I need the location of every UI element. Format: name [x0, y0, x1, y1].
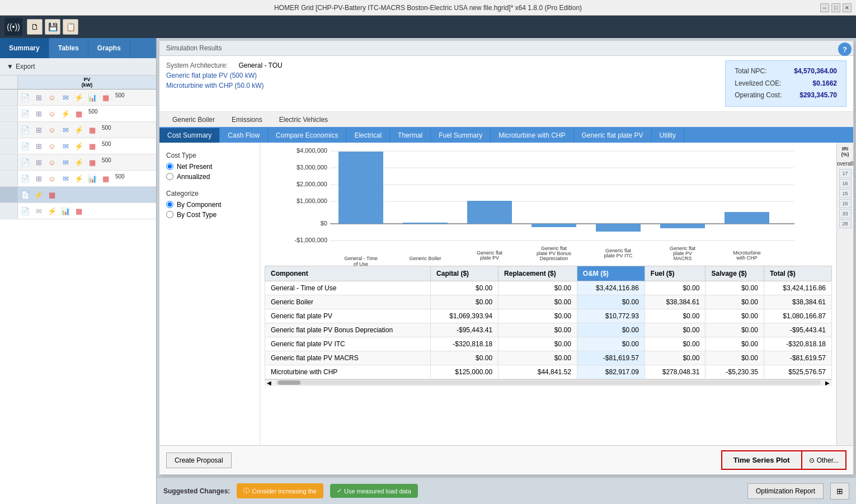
tab-fuel-summary[interactable]: Fuel Summary: [431, 128, 491, 143]
tab-utility[interactable]: Utility: [652, 128, 684, 143]
grid-icon[interactable]: ⊞: [32, 156, 45, 168]
tower-icon[interactable]: ⚡: [59, 107, 72, 120]
optimization-report-button[interactable]: Optimization Report: [747, 483, 824, 499]
table-icon[interactable]: ▦: [86, 140, 98, 152]
tab-generic-flat-plate-pv[interactable]: Generic flat plate PV: [574, 128, 652, 143]
tab-emissions[interactable]: Emissions: [223, 112, 271, 127]
tab-microturbine[interactable]: Microturbine with CHP: [491, 128, 573, 143]
pv-column-header: PV(kW): [82, 77, 93, 88]
doc-icon[interactable]: 📄: [19, 107, 31, 120]
table-row: 📄 ⊞ ☺ ⚡ ▦ 500: [0, 106, 156, 122]
table-icon[interactable]: ▦: [73, 205, 85, 217]
table-row: 📄 ✉ ⚡ 📊 ▦: [0, 203, 156, 219]
horizontal-scrollbar[interactable]: ◀ ▶: [265, 379, 832, 386]
tab-thermal[interactable]: Thermal: [390, 128, 431, 143]
tab-electric-vehicles[interactable]: Electric Vehicles: [271, 112, 336, 127]
save-button[interactable]: 💾: [45, 19, 60, 35]
grid-icon[interactable]: ⊞: [32, 140, 45, 152]
chart-icon[interactable]: 📊: [86, 91, 98, 103]
tower-icon[interactable]: ⚡: [73, 140, 85, 152]
envelope-icon[interactable]: ✉: [59, 156, 72, 168]
radio-by-component[interactable]: By Component: [166, 201, 253, 209]
close-button[interactable]: ✕: [843, 3, 852, 12]
tower-icon[interactable]: ⚡: [73, 124, 85, 136]
doc-icon[interactable]: 📄: [19, 205, 31, 217]
tab-tables[interactable]: Tables: [49, 38, 88, 58]
tab-graphs[interactable]: Graphs: [88, 38, 130, 58]
radio-net-present[interactable]: Net Present: [166, 163, 253, 171]
create-proposal-button[interactable]: Create Proposal: [166, 453, 232, 468]
person-icon[interactable]: ☺: [46, 107, 58, 120]
doc-icon[interactable]: 📄: [19, 124, 31, 136]
bar-bonus-dep: [532, 224, 576, 227]
tab-compare-economics[interactable]: Compare Economics: [268, 128, 346, 143]
tower-icon[interactable]: ⚡: [32, 189, 45, 201]
table-icon[interactable]: ▦: [86, 124, 98, 136]
radio-by-cost-type[interactable]: By Cost Type: [166, 211, 253, 219]
doc-icon[interactable]: 📄: [19, 91, 31, 103]
doc-icon[interactable]: 📄: [19, 172, 31, 185]
tab-electrical[interactable]: Electrical: [346, 128, 390, 143]
grid-icon-opt: ⊞: [836, 487, 843, 496]
table-icon[interactable]: ▦: [73, 107, 85, 120]
scroll-right-btn[interactable]: ▶: [823, 380, 832, 386]
table-icon[interactable]: ▦: [46, 189, 58, 201]
suggest-btn-measured-load[interactable]: ✓ Use measured load data: [330, 484, 418, 498]
table-icon[interactable]: ▦: [100, 172, 112, 185]
radio-annualized[interactable]: Annualized: [166, 173, 253, 181]
table-row-selected[interactable]: 📄 ⚡ ▦: [0, 187, 156, 203]
scroll-left-btn[interactable]: ◀: [265, 380, 274, 386]
other-button[interactable]: ⊙ Other...: [802, 450, 846, 470]
doc-icon[interactable]: 📄: [19, 189, 31, 201]
table-row: 📄 ⊞ ☺ ✉ ⚡ ▦ 500: [0, 122, 156, 138]
tower-icon[interactable]: ⚡: [46, 205, 58, 217]
new-file-button[interactable]: 🗋: [27, 19, 43, 35]
grid-icon[interactable]: ⊞: [32, 172, 45, 185]
person-icon[interactable]: ☺: [46, 172, 58, 185]
tab-cost-summary[interactable]: Cost Summary: [159, 128, 220, 143]
person-icon[interactable]: ☺: [46, 140, 58, 152]
time-series-plot-button[interactable]: Time Series Plot: [721, 450, 802, 470]
person-icon[interactable]: ☺: [46, 91, 58, 103]
envelope-icon[interactable]: ✉: [59, 91, 72, 103]
table-row: Generic Boiler$0.00$0.00$0.00$38,384.61$…: [265, 295, 832, 309]
envelope-icon[interactable]: ✉: [32, 205, 45, 217]
envelope-icon[interactable]: ✉: [59, 140, 72, 152]
table-icon[interactable]: ▦: [86, 156, 98, 168]
tower-icon[interactable]: ⚡: [73, 91, 85, 103]
export-button[interactable]: 📋: [63, 19, 78, 35]
table-row: Generic flat plate PV MACRS$0.00$0.00-$8…: [265, 351, 832, 365]
tab-summary[interactable]: Summary: [0, 38, 49, 58]
secondary-tab-row: Cost Summary Cash Flow Compare Economics…: [159, 128, 853, 143]
person-icon[interactable]: ☺: [46, 124, 58, 136]
chart-icon3[interactable]: 📊: [59, 205, 72, 217]
tab-generic-boiler[interactable]: Generic Boiler: [164, 112, 223, 127]
help-button[interactable]: ?: [838, 43, 852, 56]
chart-icon2[interactable]: 📊: [86, 172, 98, 185]
export-button[interactable]: ▼ Export: [7, 63, 149, 70]
grid-icon[interactable]: ⊞: [32, 124, 45, 136]
doc-icon[interactable]: 📄: [19, 140, 31, 152]
scroll-thumb[interactable]: [278, 380, 300, 385]
envelope-icon[interactable]: ✉: [59, 124, 72, 136]
optimization-icon-button[interactable]: ⊞: [830, 483, 849, 500]
bar-itc: [596, 224, 641, 232]
grid-icon[interactable]: ⊞: [32, 91, 45, 103]
envelope-icon[interactable]: ✉: [59, 172, 72, 185]
table-icon[interactable]: ▦: [100, 91, 112, 103]
window-controls[interactable]: ─ □ ✕: [820, 3, 852, 12]
cost-table-container[interactable]: Component Capital ($) Replacement ($) O&…: [265, 266, 832, 379]
minimize-button[interactable]: ─: [820, 3, 829, 12]
tower-icon[interactable]: ⚡: [73, 172, 85, 185]
right-panel: IRI(%) overall 17 16 15 15 33 28: [836, 143, 853, 445]
grid-icon[interactable]: ⊞: [32, 107, 45, 120]
suggest-btn-consider[interactable]: ⓘ Consider increasing the: [237, 483, 323, 498]
tower-icon[interactable]: ⚡: [73, 156, 85, 168]
person-icon[interactable]: ☺: [46, 156, 58, 168]
svg-text:$1,000,000: $1,000,000: [297, 197, 327, 204]
doc-icon[interactable]: 📄: [19, 156, 31, 168]
scroll-track[interactable]: [276, 380, 821, 385]
tab-cash-flow[interactable]: Cash Flow: [220, 128, 268, 143]
svg-text:plate PV: plate PV: [480, 255, 499, 261]
maximize-button[interactable]: □: [831, 3, 840, 12]
